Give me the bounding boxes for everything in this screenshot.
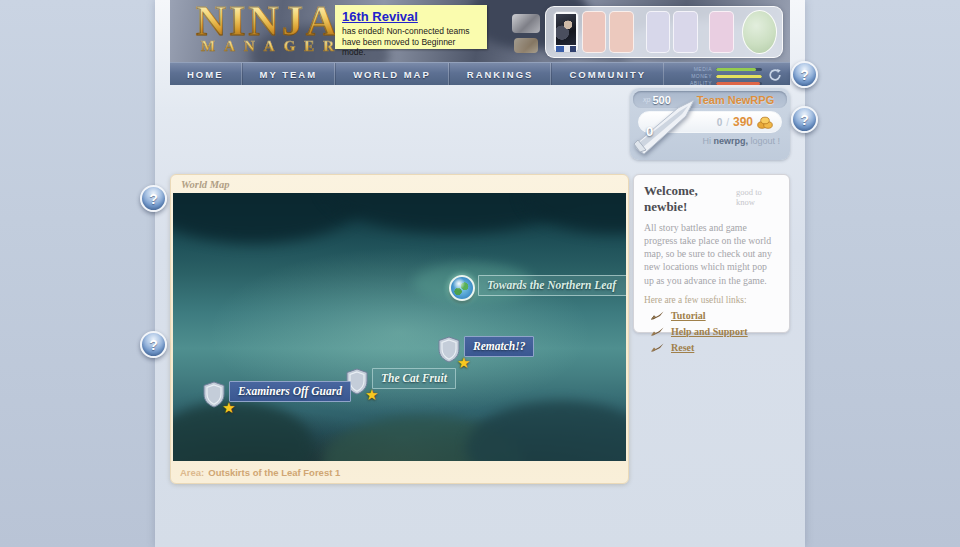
help-button[interactable]: ?: [791, 106, 818, 133]
logo-line1: NINJA: [192, 1, 343, 41]
map-location-cat-fruit[interactable]: The Cat Fruit ★: [345, 368, 456, 395]
announcement-text: has ended! Non-connected teams have been…: [342, 26, 481, 58]
main-nav: HOME MY TEAM WORLD MAP RANKINGS COMMUNIT…: [170, 62, 790, 85]
globe-icon: [449, 275, 475, 301]
stat-row: MEDIA: [678, 66, 762, 72]
link-row-reset: Reset: [644, 342, 779, 353]
team-name-link[interactable]: Team NewRPG: [697, 94, 774, 106]
scroll-icon: [514, 38, 538, 53]
session-row: Hi newrpg, logout !: [702, 136, 780, 146]
location-label: Examiners Off Guard: [229, 381, 351, 402]
team-roster-slots: [545, 6, 783, 58]
summon-orb-slot[interactable]: [742, 10, 777, 54]
ninja-manager-logo[interactable]: NINJA MANAGER: [192, 1, 343, 55]
location-label: The Cat Fruit: [372, 368, 456, 389]
empty-slot[interactable]: [646, 11, 671, 53]
stat-row: MONEY: [678, 73, 762, 79]
map-location-rematch[interactable]: Rematch!? ★: [437, 336, 534, 363]
star-icon: ★: [222, 399, 235, 417]
username: newrpg,: [713, 136, 748, 146]
rank-value: 0: [646, 124, 653, 139]
area-label: Area:: [180, 467, 204, 478]
stat-fill: [716, 75, 762, 78]
card-tag: good to know: [736, 187, 779, 207]
stat-label: ABILITY: [678, 80, 712, 86]
link-row-help: Help and Support: [644, 326, 779, 337]
gold-max: 390: [733, 115, 753, 129]
greeting-text: Hi: [702, 136, 711, 146]
headband-icon: [512, 14, 540, 33]
location-label: Towards the Northern Leaf: [478, 275, 626, 296]
kunai-icon: [650, 343, 664, 352]
banner-side-icons: [512, 12, 542, 54]
ninja-card-label: [556, 46, 576, 52]
empty-slot[interactable]: [673, 11, 698, 53]
question-mark: ?: [149, 337, 158, 353]
map-location-examiners[interactable]: Examiners Off Guard ★: [202, 381, 351, 408]
gold-current: 0: [717, 117, 723, 128]
area-bar: Area: Outskirts of the Leaf Forest 1: [171, 461, 628, 483]
stat-track: [716, 75, 762, 78]
link-row-tutorial: Tutorial: [644, 310, 779, 321]
world-map-panel-title: World Map: [171, 175, 628, 193]
nav-community[interactable]: COMMUNITY: [551, 63, 664, 85]
links-intro: Here are a few useful links:: [644, 295, 779, 305]
map-scenery: [173, 401, 313, 461]
suffix: !: [777, 136, 780, 146]
ninja-card-slot[interactable]: [553, 11, 579, 53]
location-label: Rematch!?: [464, 336, 534, 357]
card-header: Welcome, newbie! good to know: [644, 183, 779, 215]
kunai-icon: [650, 311, 664, 320]
team-panel: xp 500 Team NewRPG 0 / 390 Hi newrpg, lo…: [630, 88, 790, 160]
good-to-know-card: Welcome, newbie! good to know All story …: [633, 174, 790, 333]
stat-label: MEDIA: [678, 66, 712, 72]
empty-slot[interactable]: [709, 11, 734, 53]
star-icon: ★: [457, 354, 470, 372]
stat-track: [716, 82, 762, 85]
world-map-panel: World Map Towards the Northern Leaf Rema: [170, 174, 629, 484]
map-scenery: [466, 401, 626, 461]
help-support-link[interactable]: Help and Support: [671, 326, 748, 337]
refresh-icon[interactable]: [768, 68, 782, 82]
reset-link[interactable]: Reset: [671, 342, 694, 353]
content-column: NINJA MANAGER 16th Revival has ended! No…: [155, 0, 805, 547]
header-banner: NINJA MANAGER 16th Revival has ended! No…: [170, 0, 790, 62]
gold-divider: /: [726, 117, 729, 128]
kunai-icon: [650, 327, 664, 336]
card-body-text: All story battles and game progress take…: [644, 221, 779, 287]
ninja-portrait: [556, 14, 576, 45]
announcement-link[interactable]: 16th Revival: [342, 9, 418, 24]
stat-track: [716, 68, 762, 71]
logo-line2: MANAGER: [192, 38, 343, 55]
map-location-northern-leaf[interactable]: Towards the Northern Leaf: [449, 275, 626, 301]
map-scenery: [523, 193, 626, 233]
stat-label: MONEY: [678, 73, 712, 79]
team-stat-bars: MEDIA MONEY ABILITY: [678, 66, 762, 87]
empty-slot[interactable]: [609, 11, 634, 53]
card-title: Welcome, newbie!: [644, 183, 736, 215]
nav-home[interactable]: HOME: [170, 63, 242, 85]
coins-icon: [757, 116, 773, 129]
logout-link[interactable]: logout: [750, 136, 775, 146]
stat-fill: [716, 82, 760, 85]
nav-world-map[interactable]: WORLD MAP: [335, 63, 449, 85]
question-mark: ?: [800, 67, 809, 83]
tutorial-link[interactable]: Tutorial: [671, 310, 706, 321]
rank-sword-icon: [628, 94, 700, 160]
area-name: Outskirts of the Leaf Forest 1: [208, 467, 340, 478]
question-mark: ?: [149, 191, 158, 207]
question-mark: ?: [800, 112, 809, 128]
announcement-box: 16th Revival has ended! Non-connected te…: [335, 5, 487, 49]
help-button[interactable]: ?: [140, 331, 167, 358]
stat-row: ABILITY: [678, 80, 762, 86]
world-map-view[interactable]: Towards the Northern Leaf Rematch!? ★ Th…: [173, 193, 626, 461]
stat-fill: [716, 68, 756, 71]
help-button[interactable]: ?: [140, 185, 167, 212]
nav-my-team[interactable]: MY TEAM: [242, 63, 336, 85]
help-button[interactable]: ?: [791, 61, 818, 88]
nav-rankings[interactable]: RANKINGS: [449, 63, 552, 85]
page: NINJA MANAGER 16th Revival has ended! No…: [0, 0, 960, 547]
star-icon: ★: [365, 386, 378, 404]
empty-slot[interactable]: [582, 11, 607, 53]
